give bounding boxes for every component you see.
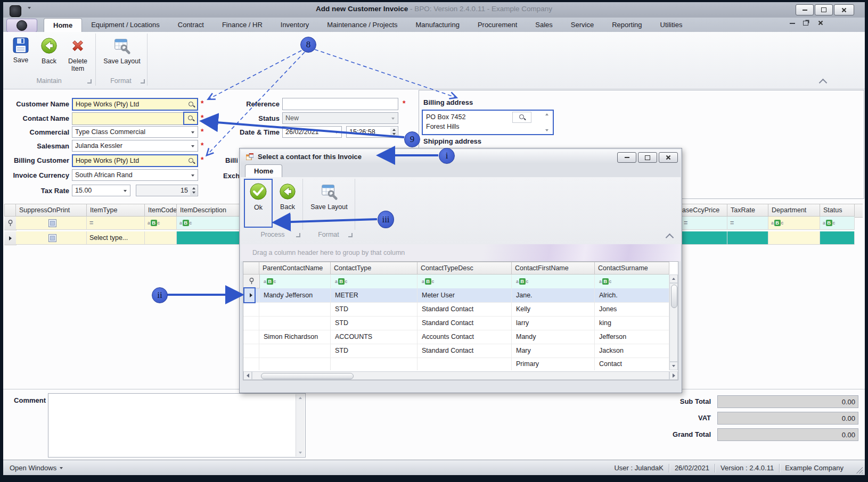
- reference-field[interactable]: [282, 98, 398, 110]
- cell-parent[interactable]: [259, 344, 331, 358]
- date-field[interactable]: 26/02/2021: [282, 126, 342, 138]
- resize-grip-icon[interactable]: [856, 467, 863, 473]
- grid-row-itemcode[interactable]: [145, 231, 177, 245]
- cell-surname[interactable]: Jones: [595, 302, 669, 316]
- cell-typedesc[interactable]: Accounts Contact: [417, 330, 512, 344]
- tab-equipment-locations[interactable]: Equipment / Locations: [82, 18, 169, 32]
- cell-firstname[interactable]: Kelly: [512, 302, 595, 316]
- tab-manufacturing[interactable]: Manufacturing: [407, 18, 469, 32]
- cell-type[interactable]: [331, 358, 417, 370]
- mdi-minimize-icon[interactable]: [790, 23, 795, 24]
- process-dialog-launcher-icon[interactable]: [296, 233, 300, 237]
- billing-address-scroll-up-icon[interactable]: [545, 113, 548, 115]
- grid-row-taxrate[interactable]: [727, 231, 768, 245]
- hscroll-thumb[interactable]: [261, 373, 354, 379]
- grid-header-itemcode[interactable]: ItemCode: [145, 204, 177, 217]
- contacts-header-parent[interactable]: ParentContactName: [259, 262, 331, 275]
- grid-row-status[interactable]: [820, 231, 855, 245]
- cell-typedesc[interactable]: Standard Contact: [417, 316, 512, 330]
- cell-surname[interactable]: Alrich.: [595, 288, 669, 302]
- tab-utilities[interactable]: Utilities: [651, 18, 692, 32]
- mdi-restore-icon[interactable]: [803, 21, 808, 26]
- cell-type[interactable]: METER: [331, 288, 417, 302]
- cell-surname[interactable]: king: [595, 316, 669, 330]
- grid-row-itemdescription[interactable]: [177, 231, 245, 245]
- billing-customer-field[interactable]: Hope Works (Pty) Ltd: [72, 154, 198, 167]
- vscroll-down-button[interactable]: [669, 362, 678, 370]
- tab-finance-hr[interactable]: Finance / HR: [213, 18, 272, 32]
- grid-header-taxrate[interactable]: TaxRate: [727, 204, 768, 217]
- cell-type[interactable]: STD: [331, 344, 417, 358]
- dialog-tab-home[interactable]: Home: [245, 164, 282, 178]
- tab-inventory[interactable]: Inventory: [272, 18, 318, 32]
- commercial-dropdown[interactable]: Type Class Commercial: [72, 126, 198, 138]
- contact-row-3[interactable]: STD Standard Contact larry king: [243, 316, 669, 330]
- cell-firstname[interactable]: Jane.: [512, 288, 595, 302]
- dialog-maximize-button[interactable]: [638, 152, 657, 163]
- cell-surname[interactable]: Jackson: [595, 344, 669, 358]
- contacts-header-typedesc[interactable]: ContactTypeDesc: [417, 262, 512, 275]
- close-button[interactable]: [834, 4, 854, 15]
- open-windows-caret-icon[interactable]: [60, 467, 63, 469]
- hscroll-left-button[interactable]: [243, 371, 252, 380]
- grid-row-department[interactable]: [768, 231, 820, 245]
- hscroll-right-button[interactable]: [669, 371, 678, 380]
- dialog-save-layout-button[interactable]: Save Layout: [306, 180, 353, 231]
- minimize-button[interactable]: [796, 4, 814, 15]
- grid-filter-baseccyprice[interactable]: =: [681, 217, 727, 230]
- grid-header-department[interactable]: Department: [768, 204, 820, 217]
- contact-name-field[interactable]: [72, 112, 198, 125]
- contact-row-1[interactable]: Mandy Jefferson METER Meter User Jane. A…: [243, 288, 669, 303]
- application-menu-button[interactable]: [6, 19, 37, 32]
- grid-filter-itemdescription[interactable]: aBc: [177, 217, 245, 230]
- contacts-filter-parent[interactable]: aBc: [259, 275, 331, 288]
- cell-parent[interactable]: [259, 316, 331, 330]
- contact-row-4[interactable]: Simon Richardson ACCOUNTS Accounts Conta…: [243, 330, 669, 344]
- tax-rate-spinner[interactable]: [190, 186, 197, 195]
- cell-firstname[interactable]: Mary: [512, 344, 595, 358]
- grid-row-suppressonprint[interactable]: [16, 231, 87, 245]
- grid-header-itemtype[interactable]: ItemType: [87, 204, 145, 217]
- cell-surname[interactable]: Contact: [595, 358, 669, 370]
- cell-type[interactable]: STD: [331, 316, 417, 330]
- time-spinner[interactable]: [390, 127, 397, 137]
- contacts-filter-firstname[interactable]: aBc: [512, 275, 595, 288]
- tab-home[interactable]: Home: [44, 18, 82, 32]
- group-by-panel[interactable]: Drag a column header here to group by th…: [241, 244, 681, 261]
- tab-service[interactable]: Service: [562, 18, 603, 32]
- mdi-close-icon[interactable]: [818, 20, 823, 26]
- contact-name-search-button[interactable]: [183, 112, 198, 125]
- cell-firstname[interactable]: Mandy: [512, 330, 595, 344]
- cell-parent[interactable]: [259, 302, 331, 316]
- vscroll-up-button[interactable]: [669, 275, 678, 283]
- tab-reporting[interactable]: Reporting: [603, 18, 651, 32]
- format-dialog-launcher-icon-2[interactable]: [348, 233, 353, 237]
- contacts-header-firstname[interactable]: ContactFirstName: [512, 262, 595, 275]
- cell-firstname[interactable]: larry: [512, 316, 595, 330]
- hscroll-track[interactable]: [252, 371, 669, 380]
- contacts-header-type[interactable]: ContactType: [331, 262, 417, 275]
- invoice-currency-dropdown[interactable]: South African Rand: [72, 169, 198, 181]
- maximize-button[interactable]: [815, 4, 833, 15]
- dialog-ribbon-collapse-icon[interactable]: [666, 234, 674, 242]
- open-windows-button[interactable]: Open Windows: [10, 464, 56, 472]
- grid-filter-suppressonprint[interactable]: [16, 217, 87, 230]
- dialog-close-button[interactable]: [659, 152, 678, 163]
- billing-address-box[interactable]: PO Box 7452 Forest Hills: [422, 110, 554, 135]
- grid-filter-department[interactable]: aBc: [768, 217, 820, 230]
- cell-typedesc[interactable]: Standard Contact: [417, 302, 512, 316]
- dialog-ok-button[interactable]: Ok: [244, 179, 273, 228]
- customer-name-field[interactable]: Hope Works (Pty) Ltd: [72, 98, 198, 111]
- grid-filter-itemcode[interactable]: aBc: [145, 217, 177, 230]
- time-field[interactable]: 15:26:58: [346, 126, 398, 138]
- contact-row-5[interactable]: STD Standard Contact Mary Jackson: [243, 344, 669, 358]
- tab-maintenance-projects[interactable]: Maintenance / Projects: [318, 18, 406, 32]
- contacts-filter-typedesc[interactable]: aBc: [417, 275, 512, 288]
- grid-filter-status[interactable]: aBc: [820, 217, 855, 230]
- grid-header-suppressonprint[interactable]: SuppressOnPrint: [16, 204, 87, 217]
- cell-typedesc[interactable]: Meter User: [417, 288, 512, 302]
- contact-row-2[interactable]: STD Standard Contact Kelly Jones: [243, 302, 669, 317]
- vscroll-track[interactable]: [669, 283, 678, 362]
- customer-name-search-icon[interactable]: [188, 101, 195, 109]
- ribbon-collapse-icon[interactable]: [819, 79, 828, 87]
